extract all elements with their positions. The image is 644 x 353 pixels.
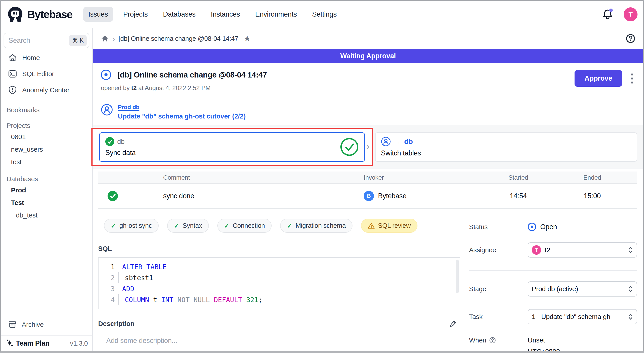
table-row[interactable]: sync done B Bytebase 14:54 15:00	[98, 184, 637, 209]
assignee-person-icon	[101, 104, 113, 116]
byline-author[interactable]: t2	[131, 84, 137, 91]
edit-pencil-icon[interactable]	[449, 320, 457, 328]
sidebar-item-anomaly-center[interactable]: Anomaly Center	[1, 83, 92, 97]
sidebar-env-test[interactable]: Test	[1, 196, 92, 209]
issue-header: [db] Online schema change @08-04 14:47 o…	[93, 63, 643, 98]
task-card-db-label: db	[117, 138, 124, 145]
task-cards-strip: db Sync data › →	[93, 125, 643, 169]
invoker-column-header: Invoker	[364, 174, 489, 181]
main-area: › [db] Online schema change @08-04 14:47…	[93, 28, 643, 351]
sidebar-item-archive[interactable]: Archive	[1, 318, 92, 332]
main-nav: Issues Projects Databases Instances Envi…	[83, 7, 342, 22]
task-row: Task 1 - Update "db" schema gh-	[469, 309, 637, 324]
stage-select[interactable]: Prod db (active)	[528, 281, 637, 297]
task-card-switch-tables[interactable]: → db Switch tables	[375, 132, 637, 162]
check-migration-schema[interactable]: ✓Migration schema	[280, 219, 352, 233]
bytebase-logo[interactable]: Bytebase	[7, 6, 72, 23]
section-projects: Projects	[1, 121, 92, 131]
task-select[interactable]: 1 - Update "db" schema gh-	[528, 309, 637, 324]
row-success-check-icon	[98, 191, 127, 201]
when-value: Unset UTC+0800	[528, 337, 560, 351]
sql-section-label: SQL	[98, 245, 463, 252]
issue-detail-column: ✓gh-ost sync ✓Syntax ✓Connection ✓Migrat…	[93, 209, 464, 351]
invoker-name: Bytebase	[378, 192, 406, 200]
arrow-right-icon: →	[394, 137, 401, 146]
check-ghost-sync[interactable]: ✓gh-ost sync	[104, 219, 159, 233]
sql-token: t	[149, 296, 161, 304]
ended-column-header: Ended	[548, 174, 637, 181]
select-chevrons-icon	[628, 285, 633, 293]
section-databases: Databases	[1, 174, 92, 184]
when-label-text: When	[469, 337, 486, 344]
stage-link[interactable]: Prod db	[118, 104, 246, 111]
sql-token: INT	[161, 296, 174, 304]
check-pass-icon: ✓	[287, 222, 292, 230]
help-icon[interactable]	[626, 33, 636, 44]
task-link[interactable]: Update "db" schema gh-ost cutover (2/2)	[118, 112, 246, 120]
check-label: Connection	[232, 222, 265, 229]
when-unset[interactable]: Unset	[528, 337, 560, 344]
description-header: Description	[93, 320, 463, 328]
check-pass-icon: ✓	[111, 222, 116, 230]
sidebar-env-prod[interactable]: Prod	[1, 184, 92, 196]
sidebar-project-0801[interactable]: 0801	[1, 131, 92, 143]
task-card-sync-data[interactable]: db Sync data	[99, 132, 365, 162]
search-box[interactable]: ⌘ K	[4, 33, 90, 48]
check-pass-icon: ✓	[224, 222, 230, 230]
panel-divider	[469, 270, 637, 271]
nav-issues[interactable]: Issues	[83, 7, 113, 22]
activity-table: Comment Invoker Started Ended sync done …	[98, 172, 637, 209]
status-row: Status Open	[469, 223, 637, 231]
user-avatar[interactable]: T	[624, 7, 638, 21]
task-value: 1 - Update "db" schema gh-	[532, 313, 624, 321]
sidebar-item-label: SQL Editor	[22, 70, 54, 78]
sidebar: ⌘ K Home SQL Editor Anomaly Center	[1, 28, 93, 351]
check-connection[interactable]: ✓Connection	[217, 219, 272, 233]
status-banner: Waiting Approval	[93, 49, 643, 63]
nav-environments[interactable]: Environments	[250, 7, 302, 22]
byline-suffix: at August 4, 2022 2:52 PM	[137, 84, 211, 91]
sql-token: ADD	[122, 285, 134, 293]
row-ended: 15:00	[548, 192, 637, 200]
sidebar-db-db-test[interactable]: db_test	[1, 209, 92, 222]
line-number: 4	[98, 296, 118, 304]
sql-code-block[interactable]: 1 ALTER TABLE 2 sbtest1 3 ADD 4 COLUMN t…	[98, 257, 460, 309]
nav-instances[interactable]: Instances	[206, 7, 245, 22]
search-input[interactable]	[8, 36, 69, 44]
sql-token: ALTER TABLE	[122, 263, 167, 271]
nav-settings[interactable]: Settings	[307, 7, 342, 22]
breadcrumb-home-icon[interactable]	[101, 34, 109, 42]
task-separator-chevron-icon: ›	[365, 140, 370, 154]
nav-projects[interactable]: Projects	[118, 7, 153, 22]
assignee-avatar: T	[532, 245, 541, 255]
invoker-avatar: B	[364, 191, 374, 201]
task-success-big-check-icon	[340, 137, 359, 156]
bookmark-star-icon[interactable]: ★	[244, 34, 251, 43]
assignee-value: t2	[545, 246, 624, 254]
assignee-label: Assignee	[469, 246, 528, 254]
when-label: When	[469, 337, 528, 344]
description-placeholder[interactable]: Add some description...	[106, 337, 463, 345]
nav-databases[interactable]: Databases	[158, 7, 201, 22]
sidebar-project-new-users[interactable]: new_users	[1, 143, 92, 156]
task-card-name: Sync data	[105, 149, 136, 157]
code-scrollbar[interactable]	[456, 260, 459, 293]
status-text: Open	[540, 223, 557, 231]
select-chevrons-icon	[628, 313, 633, 321]
sql-token: ;	[258, 296, 262, 304]
approve-button[interactable]: Approve	[574, 70, 622, 87]
kebab-menu-icon[interactable]	[630, 72, 634, 85]
line-number: 3	[98, 285, 118, 293]
sidebar-project-test[interactable]: test	[1, 156, 92, 168]
sql-token	[242, 296, 246, 304]
notification-bell-icon[interactable]	[602, 8, 614, 20]
breadcrumb-page[interactable]: [db] Online schema change @08-04 14:47	[118, 35, 238, 42]
sidebar-item-home[interactable]: Home	[1, 51, 92, 65]
question-circle-icon[interactable]	[489, 337, 496, 344]
plan-badge[interactable]: Team Plan	[5, 339, 50, 348]
assignee-select[interactable]: T t2	[528, 242, 637, 258]
check-sql-review[interactable]: SQL review	[361, 219, 418, 233]
plan-label: Team Plan	[16, 339, 50, 348]
check-syntax[interactable]: ✓Syntax	[167, 219, 209, 233]
sidebar-item-sql-editor[interactable]: SQL Editor	[1, 67, 92, 81]
